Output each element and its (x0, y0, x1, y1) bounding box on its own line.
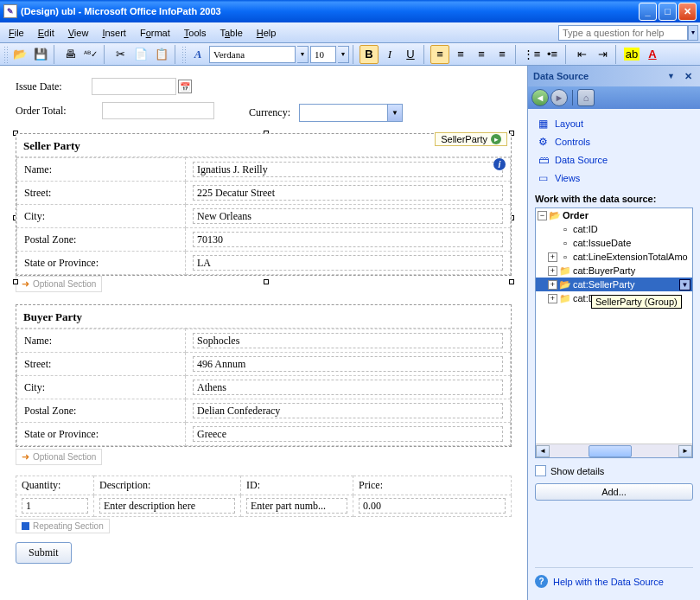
save-button[interactable]: 💾 (31, 45, 50, 64)
scroll-right-button[interactable]: ► (678, 445, 692, 457)
section-tag[interactable]: SellerParty▸ (435, 132, 507, 146)
controls-icon: ⚙ (537, 135, 550, 148)
selection-handle[interactable] (13, 279, 18, 284)
menu-table[interactable]: Table (213, 25, 249, 41)
toolbar-grip-icon[interactable] (181, 46, 187, 63)
seller-street-input[interactable]: 225 Decatur Street (193, 185, 503, 201)
buyer-street-input[interactable]: 496 Annum (193, 356, 503, 372)
print-button[interactable]: 🖶 (60, 45, 80, 64)
align-left-button[interactable]: ≡ (430, 45, 449, 64)
align-justify-button[interactable]: ≡ (493, 45, 512, 64)
views-link[interactable]: ▭Views (535, 169, 693, 187)
highlight-button[interactable]: ab (622, 45, 641, 64)
bold-button[interactable]: B (360, 45, 379, 64)
chevron-down-icon[interactable]: ▼ (679, 279, 690, 290)
buyer-name-input[interactable]: Sophocles (193, 333, 503, 348)
window-title: (Design) ubl - Microsoft Office InfoPath… (21, 6, 639, 16)
seller-postal-input[interactable]: 70130 (193, 232, 503, 247)
show-details-checkbox[interactable]: Show details (535, 465, 693, 476)
buyer-city-label: City: (17, 376, 186, 399)
spellcheck-button[interactable]: ᴬᴮ✓ (81, 45, 100, 64)
font-name-dropdown[interactable]: ▼ (297, 46, 309, 63)
horizontal-scrollbar[interactable]: ◄ ► (536, 444, 692, 457)
bulleted-list-button[interactable]: •≡ (543, 45, 562, 64)
info-icon[interactable]: i (493, 158, 506, 170)
menu-view[interactable]: View (61, 25, 96, 41)
toolbar-grip-icon[interactable] (3, 46, 9, 63)
submit-button[interactable]: Submit (16, 542, 72, 564)
font-style-button[interactable]: A (188, 45, 207, 64)
font-size-dropdown[interactable]: ▼ (338, 46, 349, 63)
tree-item[interactable]: ▫cat:IssueDate (536, 236, 692, 250)
data-source-link[interactable]: 🗃Data Source (535, 150, 693, 169)
optional-section-tag[interactable]: ➜Optional Section (16, 449, 102, 465)
scroll-thumb[interactable] (589, 445, 632, 457)
open-button[interactable]: 📂 (10, 45, 29, 64)
numbered-list-button[interactable]: ⋮≡ (522, 45, 541, 64)
taskpane-close-button[interactable]: ✕ (682, 71, 695, 82)
id-input[interactable]: Enter part numb... (246, 498, 347, 514)
indent-button[interactable]: ⇥ (593, 45, 612, 64)
controls-link[interactable]: ⚙Controls (535, 132, 693, 150)
font-size-input[interactable] (310, 46, 336, 63)
outdent-button[interactable]: ⇤ (572, 45, 591, 64)
menu-format[interactable]: Format (133, 25, 177, 41)
work-with-label: Work with the data source: (535, 194, 693, 204)
data-source-tree[interactable]: −📂Order ▫cat:ID ▫cat:IssueDate +▫cat:Lin… (535, 207, 693, 458)
selection-handle[interactable] (509, 279, 514, 284)
menu-insert[interactable]: Insert (95, 25, 133, 41)
font-color-button[interactable]: A (643, 45, 662, 64)
tree-item[interactable]: ▫cat:ID (536, 222, 692, 236)
buyer-city-input[interactable]: Athens (193, 380, 503, 395)
menu-help[interactable]: Help (250, 25, 283, 41)
buyer-state-input[interactable]: Greece (193, 426, 503, 442)
seller-city-input[interactable]: New Orleans (193, 208, 503, 224)
underline-button[interactable]: U (401, 45, 420, 64)
font-name-input[interactable] (209, 46, 296, 63)
repeating-section-tag[interactable]: Repeating Section (16, 519, 110, 533)
tree-item-selected[interactable]: +📂cat:SellerParty▼ (536, 278, 692, 291)
italic-button[interactable]: I (380, 45, 399, 64)
help-dropdown[interactable]: ▾ (688, 25, 698, 41)
menu-edit[interactable]: Edit (31, 25, 61, 41)
nav-back-button[interactable]: ◄ (531, 89, 549, 106)
close-button[interactable]: ✕ (678, 3, 697, 21)
optional-section-tag[interactable]: ➜Optional Section (16, 276, 102, 292)
issue-date-input[interactable] (92, 78, 176, 95)
align-right-button[interactable]: ≡ (472, 45, 491, 64)
menu-file[interactable]: File (2, 25, 31, 41)
tree-item[interactable]: +📁cat:BuyerParty (536, 264, 692, 278)
line-items-table[interactable]: Quantity: Description: ID: Price: 1 Ente… (16, 476, 512, 517)
tree-item[interactable]: +▫cat:LineExtensionTotalAmo (536, 250, 692, 264)
seller-name-label: Name: (17, 158, 186, 182)
qty-input[interactable]: 1 (22, 498, 88, 514)
scroll-left-button[interactable]: ◄ (536, 445, 550, 457)
add-button[interactable]: Add... (535, 483, 693, 501)
paste-button[interactable]: 📋 (152, 45, 171, 64)
help-link[interactable]: ?Help with the Data Source (535, 567, 693, 595)
order-total-input[interactable] (102, 102, 214, 119)
copy-button[interactable]: 📄 (131, 45, 150, 64)
align-center-button[interactable]: ≡ (451, 45, 470, 64)
date-picker-icon[interactable]: 📅 (178, 80, 192, 93)
cut-button[interactable]: ✂ (111, 45, 130, 64)
seller-state-input[interactable]: LA (193, 255, 503, 271)
seller-name-input[interactable]: Ignatius J. Reilly (193, 162, 503, 177)
buyer-postal-input[interactable]: Delian Confederacy (193, 403, 503, 418)
buyer-party-section[interactable]: Buyer Party Name:Sophocles Street:496 An… (16, 304, 512, 447)
selection-handle[interactable] (264, 279, 269, 284)
seller-party-section[interactable]: SellerParty▸ i Seller Party Name:Ignatiu… (16, 133, 512, 276)
maximize-button[interactable]: □ (659, 3, 677, 21)
nav-home-button[interactable]: ⌂ (577, 89, 595, 106)
taskpane-menu-dropdown[interactable]: ▼ (667, 72, 675, 80)
tree-item-order[interactable]: −📂Order (536, 208, 692, 222)
form-canvas[interactable]: Issue Date: 📅 Order Total: Currency: ▼ (0, 66, 527, 600)
nav-forward-button[interactable]: ► (550, 89, 568, 106)
currency-select[interactable]: ▼ (299, 104, 403, 122)
menu-tools[interactable]: Tools (177, 25, 213, 41)
price-input[interactable]: 0.00 (359, 498, 506, 514)
help-question-input[interactable] (558, 25, 688, 41)
minimize-button[interactable]: _ (639, 3, 657, 21)
desc-input[interactable]: Enter description here (99, 498, 235, 514)
layout-link[interactable]: ▦Layout (535, 114, 693, 132)
